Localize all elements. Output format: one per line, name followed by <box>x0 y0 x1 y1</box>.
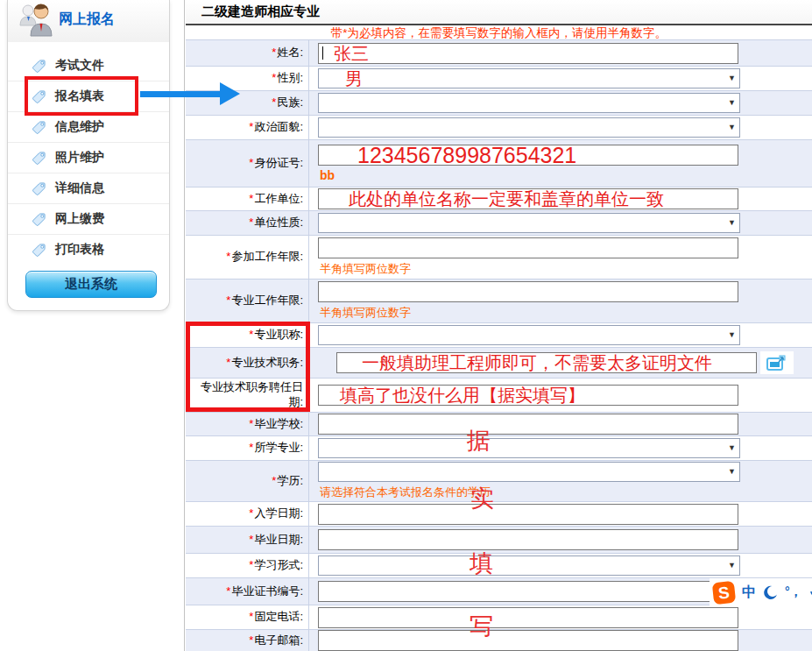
work-unit-input[interactable]: 此处的单位名称一定要和盖章的单位一致 <box>318 188 738 209</box>
major-select[interactable]: ▼ <box>318 438 740 458</box>
form-row-ethnicity: *民族: ▼ <box>186 91 812 116</box>
sidebar-header: 网上报名 <box>8 0 169 42</box>
required-marker: * <box>226 294 230 308</box>
field-cell <box>309 527 812 553</box>
field-cell <box>309 413 812 435</box>
field-label: *所学专业: <box>186 436 309 460</box>
required-marker: * <box>249 156 253 171</box>
field-label: *毕业证书编号: <box>186 578 309 605</box>
field-label-text: 毕业日期: <box>254 533 303 548</box>
highlight-box-professional-fields <box>186 322 310 412</box>
required-marker: * <box>249 558 253 573</box>
sidebar-item-photo-maintenance[interactable]: 照片维护 <box>8 142 169 173</box>
post-hire-date-input[interactable]: 填高了也没什么用【据实填写】 <box>318 385 738 406</box>
annotation-value: 此处的单位名称一定要和盖章的单位一致 <box>319 190 664 208</box>
required-marker: * <box>249 610 253 625</box>
microphone-icon[interactable] <box>809 584 812 600</box>
chevron-down-icon: ▼ <box>728 123 736 131</box>
online-registration-page: { "sidebar": { "title": "网上报名", "items":… <box>0 0 812 651</box>
moon-icon[interactable] <box>763 585 778 600</box>
graduation-date-input[interactable] <box>318 529 738 550</box>
field-cell: ▼ <box>309 554 812 577</box>
ethnicity-select[interactable]: ▼ <box>318 93 740 113</box>
logout-button[interactable]: 退出系统 <box>25 271 157 298</box>
field-label-text: 民族: <box>277 96 303 110</box>
required-marker: * <box>249 506 253 521</box>
annotation-value: 一般填助理工程师即可，不需要太多证明文件 <box>337 354 712 371</box>
page-title: 二级建造师相应专业 <box>201 4 320 20</box>
sidebar-item-label: 考试文件 <box>55 58 104 74</box>
work-years-input[interactable] <box>318 237 738 258</box>
field-label: *专业工作年限: <box>186 280 309 322</box>
form-row-graduate-school: *毕业学校: <box>186 413 812 436</box>
annotation-char: 实 <box>470 487 494 511</box>
form-row-major: *所学专业: ▼ <box>186 436 812 461</box>
form-row-gender: *性别: 男▼ <box>186 67 812 91</box>
field-label: *身份证号: <box>186 140 309 187</box>
form-row-education: *学历: ▼ 请选择符合本考试报名条件的学历 <box>186 461 812 502</box>
diploma-number-input[interactable] <box>318 581 738 602</box>
required-marker: * <box>249 216 253 230</box>
enrollment-date-input[interactable] <box>318 504 738 525</box>
field-label-text: 单位性质: <box>254 216 303 230</box>
field-label-text: 身份证号: <box>254 156 303 171</box>
chevron-down-icon: ▼ <box>728 443 736 452</box>
email-input[interactable] <box>318 630 738 651</box>
field-label: *入学日期: <box>186 502 309 526</box>
gender-select[interactable]: 男▼ <box>318 68 740 88</box>
field-label-text: 电子邮箱: <box>254 633 303 648</box>
sidebar-item-print-forms[interactable]: 打印表格 <box>8 234 169 265</box>
annotation-value: 张三 <box>323 45 369 62</box>
field-hint: bb <box>320 168 335 182</box>
id-number-input[interactable]: 123456789987654321 <box>318 145 738 166</box>
required-marker: * <box>249 533 253 548</box>
required-marker: * <box>226 584 230 599</box>
required-fields-notice: 带*为必填内容，在需要填写数字的输入框内，请使用半角数字。 <box>186 25 812 39</box>
chinese-mode-icon[interactable]: 中 <box>742 584 756 602</box>
main-panel: 二级建造师相应专业 带*为必填内容，在需要填写数字的输入框内，请使用半角数字。 … <box>186 0 812 651</box>
professional-years-input[interactable] <box>318 281 738 302</box>
phone-input[interactable] <box>318 607 738 628</box>
field-label: *学历: <box>186 461 309 501</box>
annotation-char: 写 <box>470 615 493 639</box>
field-label: *单位性质: <box>186 211 309 235</box>
field-cell: ▼ <box>309 323 812 347</box>
required-marker: * <box>249 120 253 135</box>
sidebar-item-detail-info[interactable]: 详细信息 <box>8 173 169 203</box>
field-label-text: 学历: <box>277 474 303 489</box>
sidebar-item-info-maintenance[interactable]: 信息维护 <box>8 111 169 142</box>
field-label-text: 毕业学校: <box>254 417 303 432</box>
field-label-text: 性别: <box>277 71 303 86</box>
sogou-logo-icon[interactable]: S <box>712 580 736 604</box>
field-label-text: 政治面貌: <box>254 120 303 135</box>
field-label-text: 毕业证书编号: <box>231 584 303 599</box>
form-row-graduation-date: *毕业日期: <box>186 527 812 554</box>
field-cell: 此处的单位名称一定要和盖章的单位一致 <box>309 188 812 210</box>
field-cell: 一般填助理工程师即可，不需要太多证明文件 <box>309 348 812 378</box>
political-status-select[interactable]: ▼ <box>318 117 740 138</box>
name-input[interactable]: 张三 <box>318 43 738 64</box>
form-row-study-form: *学习形式: ▼ <box>186 554 812 578</box>
study-form-select[interactable]: ▼ <box>318 555 740 576</box>
technical-post-input[interactable]: 一般填助理工程师即可，不需要太多证明文件 <box>336 352 757 373</box>
field-label-text: 专业工作年限: <box>231 294 303 308</box>
chevron-down-icon: ▼ <box>728 218 736 227</box>
education-select[interactable]: ▼ <box>318 462 740 482</box>
tag-icon <box>32 244 46 257</box>
sidebar-item-online-payment[interactable]: 网上缴费 <box>8 203 169 234</box>
field-label-text: 固定电话: <box>254 610 303 625</box>
field-label: *姓名: <box>186 40 309 66</box>
field-cell: ▼ 请选择符合本考试报名条件的学历 <box>309 461 812 501</box>
tag-icon <box>32 213 46 226</box>
field-label-text: 工作单位: <box>254 192 303 207</box>
field-cell: ▼ <box>309 436 812 460</box>
graduate-school-input[interactable] <box>318 414 738 435</box>
open-window-button[interactable] <box>760 351 794 374</box>
sidebar-item-label: 照片维护 <box>55 150 104 166</box>
unit-type-select[interactable]: ▼ <box>318 213 740 233</box>
professional-title-select[interactable]: ▼ <box>318 325 740 345</box>
required-marker: * <box>249 441 253 456</box>
tag-icon <box>32 182 46 195</box>
punctuation-mode-icon[interactable]: °， <box>785 584 802 600</box>
field-hint: 半角填写两位数字 <box>320 261 411 277</box>
